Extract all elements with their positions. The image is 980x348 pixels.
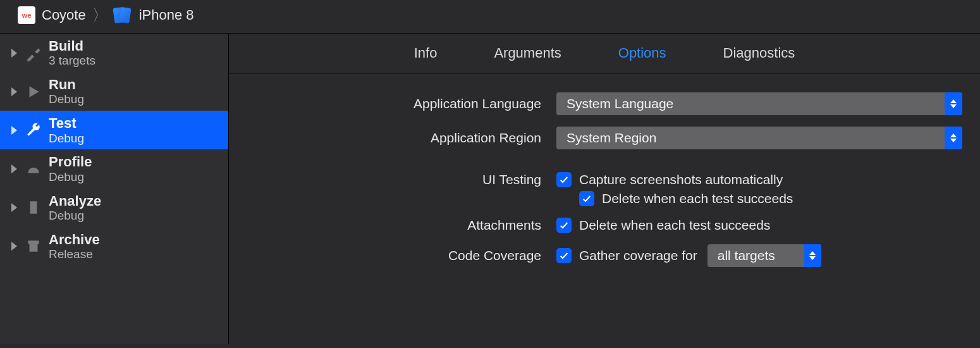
project-icon: we	[18, 6, 35, 24]
archive-icon	[25, 238, 42, 254]
sidebar-item-sub: Release	[49, 247, 100, 261]
sidebar-item-run[interactable]: Run Debug	[0, 72, 228, 111]
check-icon	[582, 194, 592, 204]
delete-on-success-label: Delete when each test succeeds	[602, 191, 793, 206]
coverage-scope-select[interactable]: all targets	[707, 244, 821, 267]
sidebar-item-analyze[interactable]: Analyze Debug	[0, 189, 228, 227]
tab-diagnostics[interactable]: Diagnostics	[723, 45, 795, 61]
select-stepper-icon	[804, 244, 821, 267]
sidebar-item-test[interactable]: Test Debug	[0, 111, 228, 149]
app-language-value: System Language	[567, 96, 673, 111]
options-form: Application Language System Language App…	[229, 73, 980, 285]
wrench-icon	[25, 122, 42, 139]
sidebar-item-title: Archive	[49, 232, 100, 247]
app-region-select[interactable]: System Region	[556, 127, 962, 149]
sidebar-item-build[interactable]: Build 3 targets	[0, 34, 228, 72]
tab-info[interactable]: Info	[414, 45, 438, 61]
sidebar-item-archive[interactable]: Archive Release	[0, 227, 228, 266]
sidebar-item-sub: Debug	[49, 170, 92, 184]
app-region-value: System Region	[567, 130, 656, 146]
attachments-delete-label: Delete when each test succeeds	[579, 218, 770, 233]
play-icon	[25, 84, 42, 100]
coverage-scope-value: all targets	[718, 248, 775, 263]
disclosure-triangle-icon[interactable]	[11, 126, 17, 135]
sidebar-item-sub: Debug	[49, 209, 101, 223]
chevron-right-icon: 〉	[92, 8, 107, 23]
capture-screenshots-checkbox[interactable]	[556, 172, 572, 187]
disclosure-triangle-icon[interactable]	[11, 203, 17, 212]
select-stepper-icon	[945, 127, 962, 149]
coverage-label: Code Coverage	[247, 248, 556, 263]
gauge-icon	[25, 161, 42, 177]
tab-arguments[interactable]: Arguments	[494, 45, 561, 61]
device-icon	[114, 7, 133, 23]
select-stepper-icon	[945, 92, 962, 115]
check-icon	[559, 220, 569, 230]
sidebar-item-sub: Debug	[49, 92, 84, 106]
coverage-checkbox[interactable]	[556, 248, 572, 263]
breadcrumb-device[interactable]: iPhone 8	[139, 7, 194, 23]
disclosure-triangle-icon[interactable]	[11, 49, 17, 58]
check-icon	[559, 251, 569, 261]
sidebar-item-title: Analyze	[49, 193, 101, 209]
disclosure-triangle-icon[interactable]	[11, 165, 17, 173]
breadcrumb: we Coyote 〉 iPhone 8	[0, 0, 980, 33]
check-icon	[559, 175, 569, 185]
sidebar-item-sub: 3 targets	[49, 54, 95, 68]
attachments-delete-checkbox[interactable]	[556, 218, 572, 233]
app-language-label: Application Language	[247, 96, 556, 111]
hammer-icon	[25, 45, 42, 61]
delete-on-success-checkbox[interactable]	[579, 191, 594, 206]
capture-screenshots-label: Capture screenshots automatically	[579, 172, 783, 187]
sidebar-item-title: Run	[49, 77, 84, 92]
disclosure-triangle-icon[interactable]	[11, 87, 17, 96]
tab-options[interactable]: Options	[618, 45, 666, 61]
content-pane: Info Arguments Options Diagnostics Appli…	[229, 34, 980, 344]
sidebar-item-title: Test	[49, 115, 84, 131]
sidebar-item-sub: Debug	[49, 132, 84, 146]
coverage-text: Gather coverage for	[579, 248, 697, 263]
sidebar-item-profile[interactable]: Profile Debug	[0, 149, 228, 188]
sidebar-item-title: Build	[49, 38, 95, 54]
attachments-label: Attachments	[247, 218, 556, 233]
app-language-select[interactable]: System Language	[556, 92, 962, 115]
app-region-label: Application Region	[247, 130, 556, 146]
tab-bar: Info Arguments Options Diagnostics	[229, 34, 980, 73]
uitesting-label: UI Testing	[247, 172, 556, 187]
disclosure-triangle-icon[interactable]	[11, 242, 17, 251]
analyze-icon	[25, 199, 42, 216]
breadcrumb-project[interactable]: Coyote	[42, 7, 86, 23]
sidebar-item-title: Profile	[49, 154, 92, 170]
scheme-sidebar: Build 3 targets Run Debug Test Debug	[0, 34, 229, 344]
